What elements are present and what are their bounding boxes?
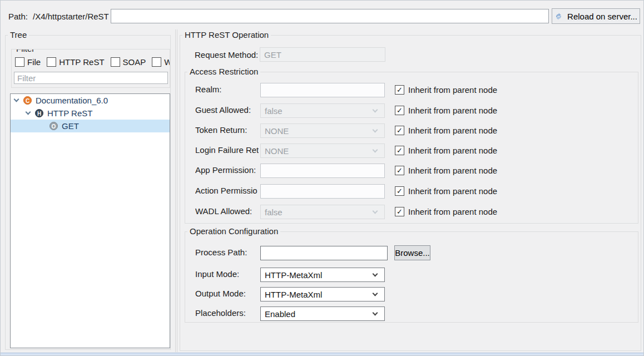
login-failure-row: Login Failure Ret NONE Inherit from pare… (185, 144, 638, 158)
token-return-inherit[interactable]: Inherit from parent node (395, 126, 497, 135)
access-restriction-group: Access Restriction Realm: Inherit from p… (185, 72, 638, 224)
filter-checkbox-wadl[interactable]: WADL (152, 57, 170, 67)
tree-node-label: HTTP ReST (47, 108, 92, 118)
filter-checkbox-file[interactable]: File (15, 57, 41, 67)
filter-checkbox-http-rest[interactable]: HTTP ReST (47, 57, 104, 67)
login-failure-select: NONE (260, 144, 385, 158)
operation-configuration-group: Operation Configuration Process Path: Br… (185, 231, 638, 323)
inherit-checkbox[interactable] (395, 186, 404, 196)
app-permission-row: App Permission: Inherit from parent node (185, 164, 638, 178)
login-failure-value: NONE (265, 146, 289, 156)
app-permission-inherit[interactable]: Inherit from parent node (395, 166, 497, 175)
request-method-label: Request Method: (195, 50, 258, 60)
filter-input[interactable] (14, 72, 168, 84)
process-path-row: Process Path: Browse... (185, 246, 638, 260)
wadl-allowed-select: false (260, 205, 385, 219)
guest-allowed-select: false (260, 103, 385, 118)
path-value: /X4/httpstarter/ReST (33, 12, 109, 21)
realm-inherit[interactable]: Inherit from parent node (395, 85, 497, 95)
tree-view: C Documentation_6.0 H HTTP ReST O GET (10, 93, 170, 348)
filter-checkbox-soap[interactable]: SOAP (111, 57, 146, 67)
inherit-checkbox[interactable] (395, 207, 404, 216)
output-mode-row: Output Mode: HTTP-MetaXml (185, 287, 638, 301)
input-mode-label: Input Mode: (195, 269, 259, 279)
channel-icon: C (23, 96, 32, 105)
wadl-checkbox-label: WADL (164, 57, 170, 67)
http-rest-checkbox-label: HTTP ReST (59, 57, 104, 67)
token-return-select: NONE (260, 123, 385, 138)
operation-panel-title: HTTP ReST Operation (182, 30, 271, 39)
output-mode-select[interactable]: HTTP-MetaXml (260, 287, 385, 301)
http-rest-checkbox[interactable] (47, 57, 56, 67)
placeholders-select[interactable]: Enabled (260, 306, 385, 321)
app-permission-input[interactable] (260, 164, 385, 178)
operation-panel: HTTP ReST Operation Request Method: Acce… (180, 35, 641, 351)
inherit-checkbox[interactable] (395, 166, 404, 175)
inherit-label: Inherit from parent node (408, 207, 497, 216)
realm-row: Realm: Inherit from parent node (185, 83, 638, 97)
chevron-down-icon (373, 291, 378, 296)
action-permission-inherit[interactable]: Inherit from parent node (395, 186, 497, 196)
app-permission-label: App Permission: (195, 165, 259, 175)
tree-panel-title: Tree (8, 30, 29, 39)
inherit-checkbox[interactable] (395, 146, 404, 155)
horizontal-scrollbar[interactable] (1, 353, 643, 355)
process-path-label: Process Path: (195, 248, 259, 257)
output-mode-label: Output Mode: (195, 289, 259, 298)
login-failure-inherit[interactable]: Inherit from parent node (395, 146, 497, 155)
placeholders-row: Placeholders: Enabled (185, 306, 638, 321)
token-return-value: NONE (265, 126, 289, 136)
guest-allowed-value: false (265, 106, 283, 116)
placeholders-label: Placeholders: (195, 308, 259, 318)
operation-configuration-title: Operation Configuration (187, 226, 280, 236)
inherit-checkbox[interactable] (395, 85, 404, 95)
request-method-field (260, 47, 385, 62)
browse-button[interactable]: Browse... (394, 245, 430, 260)
input-mode-select[interactable]: HTTP-MetaXml (260, 268, 385, 282)
realm-input[interactable] (260, 83, 385, 97)
http-icon: H (35, 109, 43, 117)
wadl-checkbox[interactable] (152, 57, 161, 67)
file-checkbox-label: File (27, 57, 41, 67)
chevron-down-icon[interactable] (26, 110, 31, 115)
guest-allowed-inherit[interactable]: Inherit from parent node (395, 106, 497, 115)
tree-node-documentation[interactable]: C Documentation_6.0 (11, 94, 170, 107)
reload-on-server-button[interactable]: Reload on server... (552, 8, 640, 24)
file-checkbox[interactable] (15, 57, 24, 67)
login-failure-label: Login Failure Ret (195, 145, 259, 155)
tree-panel: Tree Filter File HTTP ReST SOAP WA (5, 35, 171, 350)
inherit-label: Inherit from parent node (408, 85, 497, 95)
tree-node-label: Documentation_6.0 (36, 96, 108, 105)
path-bar: Path: /X4/httpstarter/ReST Reload on ser… (1, 1, 643, 28)
path-input[interactable] (111, 9, 549, 23)
tree-node-get[interactable]: O GET (11, 120, 170, 132)
tree-node-http-rest[interactable]: H HTTP ReST (11, 107, 170, 120)
input-mode-value: HTTP-MetaXml (265, 270, 322, 280)
operation-icon: O (49, 122, 58, 130)
process-path-input[interactable] (260, 246, 388, 260)
wadl-allowed-inherit[interactable]: Inherit from parent node (395, 207, 497, 216)
output-mode-value: HTTP-MetaXml (265, 290, 322, 299)
guest-allowed-label: Guest Allowed: (195, 105, 259, 115)
inherit-checkbox[interactable] (395, 126, 404, 135)
placeholders-value: Enabled (265, 309, 295, 319)
filter-checkbox-row: File HTTP ReST SOAP WADL (15, 57, 170, 67)
inherit-label: Inherit from parent node (408, 146, 497, 155)
chevron-down-icon (373, 107, 378, 113)
inherit-label: Inherit from parent node (408, 166, 497, 175)
soap-checkbox[interactable] (111, 57, 120, 67)
panel-splitter[interactable] (175, 29, 177, 352)
wadl-allowed-value: false (265, 207, 283, 217)
chevron-down-icon (373, 127, 378, 133)
access-restriction-title: Access Restriction (187, 67, 260, 76)
inherit-label: Inherit from parent node (408, 106, 497, 115)
inherit-label: Inherit from parent node (408, 126, 497, 135)
action-permission-row: Action Permissio Inherit from parent nod… (185, 184, 638, 199)
action-permission-input[interactable] (260, 184, 385, 199)
inherit-checkbox[interactable] (395, 106, 404, 115)
action-permission-label: Action Permissio (195, 186, 259, 195)
chevron-down-icon[interactable] (14, 97, 19, 102)
token-return-row: Token Return: NONE Inherit from parent n… (185, 123, 638, 138)
application-window: Path: /X4/httpstarter/ReST Reload on ser… (0, 0, 644, 356)
soap-checkbox-label: SOAP (123, 57, 146, 67)
